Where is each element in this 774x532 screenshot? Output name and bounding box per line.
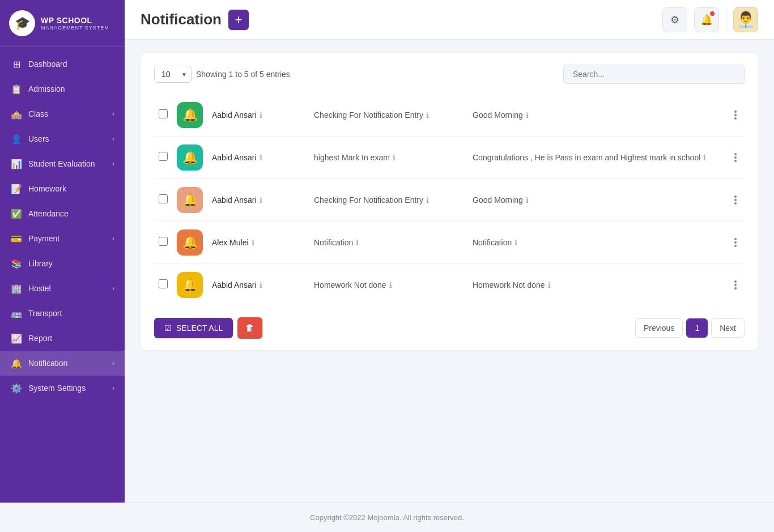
previous-button[interactable]: Previous [635,318,683,338]
row-checkbox-4[interactable] [159,279,168,288]
nav-arrow-class: › [112,110,114,118]
row-name-cell-4: Aabid Ansari ℹ [207,264,309,307]
row-checkbox-cell-4 [154,264,172,307]
row-name-3: Alex Mulei [212,238,249,247]
row-subject-cell-1: highest Mark In exam ℹ [309,137,468,179]
sidebar-item-dashboard[interactable]: ⊞ Dashboard [0,52,125,76]
delete-button[interactable]: 🗑 [237,317,262,339]
nav-label-users: Users [28,134,49,143]
subject-info-icon-4[interactable]: ℹ [389,281,392,290]
page-1-button[interactable]: 1 [686,318,708,338]
logo-text: WP SCHOOL MANAGEMENT SYSTEM [41,16,109,31]
search-input[interactable] [563,65,745,84]
row-subject-cell-4: Homework Not done ℹ [309,264,468,307]
row-subject-3: Notification [314,238,353,247]
nav-icon-attendance: ✅ [10,207,23,220]
subject-info-icon-2[interactable]: ℹ [426,196,429,205]
sidebar: 🎓 WP SCHOOL MANAGEMENT SYSTEM ⊞ Dashboar… [0,0,125,503]
sidebar-item-payment[interactable]: 💳 Payment › [0,226,125,251]
logo-subtitle: MANAGEMENT SYSTEM [41,25,109,31]
name-info-icon-1[interactable]: ℹ [260,154,262,162]
sidebar-item-student-evaluation[interactable]: 📊 Student Evaluation › [0,151,125,176]
nav-label-system-settings: System Settings [28,384,86,393]
nav-icon-hostel: 🏢 [10,282,23,295]
header: Notification + ⚙ 🔔 👨‍💼 [125,0,774,40]
row-name-0: Aabid Ansari [212,110,257,120]
message-info-icon-1[interactable]: ℹ [703,154,706,162]
sidebar-item-users[interactable]: 👤 Users › [0,126,125,151]
bell-avatar-2: 🔔 [177,187,203,213]
sidebar-item-notification[interactable]: 🔔 Notification › [0,351,125,376]
sidebar-item-class[interactable]: 🏫 Class › [0,101,125,126]
page-title: Notification [141,11,222,28]
message-info-icon-4[interactable]: ℹ [548,281,551,290]
nav-icon-transport: 🚌 [10,307,23,320]
row-icon-cell-3: 🔔 [172,222,207,264]
row-more-button-0[interactable] [731,109,740,121]
row-name-cell-1: Aabid Ansari ℹ [207,137,309,179]
row-more-button-2[interactable] [731,194,740,206]
entries-dropdown[interactable]: 102550100 [154,66,192,83]
sidebar-item-system-settings[interactable]: ⚙️ System Settings › [0,376,125,401]
bell-icon-4: 🔔 [182,278,198,292]
name-info-icon-2[interactable]: ℹ [260,196,262,205]
next-button[interactable]: Next [711,318,745,338]
row-actions-cell-3 [726,222,745,264]
row-message-4: Homework Not done [473,280,545,290]
subject-info-icon-3[interactable]: ℹ [356,239,359,247]
sidebar-item-report[interactable]: 📈 Report [0,326,125,351]
sidebar-nav: ⊞ Dashboard 📋 Admission 🏫 Class › 👤 User… [0,52,125,491]
sidebar-item-library[interactable]: 📚 Library [0,251,125,276]
row-checkbox-0[interactable] [159,109,168,118]
row-name-2: Aabid Ansari [212,195,257,205]
row-message-cell-4: Homework Not done ℹ [468,264,726,307]
add-notification-button[interactable]: + [228,10,249,30]
message-info-icon-3[interactable]: ℹ [514,239,517,247]
row-name-cell-3: Alex Mulei ℹ [207,222,309,264]
nav-label-payment: Payment [28,234,59,243]
sidebar-item-admission[interactable]: 📋 Admission [0,76,125,101]
sidebar-item-homework[interactable]: 📝 Homework [0,176,125,201]
notification-badge [710,11,715,16]
name-info-icon-3[interactable]: ℹ [252,239,254,247]
subject-info-icon-0[interactable]: ℹ [426,111,429,120]
row-checkbox-1[interactable] [159,152,168,161]
select-all-button[interactable]: ☑ SELECT ALL [154,318,233,338]
nav-label-attendance: Attendance [28,209,69,218]
name-info-icon-4[interactable]: ℹ [260,281,262,290]
row-more-button-1[interactable] [731,152,740,163]
row-more-button-3[interactable] [731,237,740,248]
settings-button[interactable]: ⚙ [662,7,687,32]
more-dot-3 [734,202,737,205]
sidebar-item-hostel[interactable]: 🏢 Hostel › [0,276,125,301]
notification-bell-button[interactable]: 🔔 [694,7,719,32]
sidebar-item-attendance[interactable]: ✅ Attendance [0,201,125,226]
table-row: 🔔 Alex Mulei ℹ Notification ℹ Notificati… [154,222,745,264]
name-info-icon-0[interactable]: ℹ [260,111,262,120]
gear-icon: ⚙ [670,14,679,26]
table-controls: 102550100 Showing 1 to 5 of 5 entries [154,65,745,84]
footer-actions: ☑ SELECT ALL 🗑 [154,317,262,339]
message-info-icon-2[interactable]: ℹ [526,196,529,205]
nav-arrow-hostel: › [112,284,114,292]
row-subject-2: Checking For Notification Entry [314,195,423,205]
row-actions-cell-0 [726,94,745,137]
more-dot-1 [734,195,737,198]
row-checkbox-3[interactable] [159,237,168,246]
row-message-cell-2: Good Morning ℹ [468,179,726,222]
nav-icon-class: 🏫 [10,108,23,120]
message-info-icon-0[interactable]: ℹ [526,111,529,120]
row-actions-cell-2 [726,179,745,222]
row-more-button-4[interactable] [731,279,740,291]
logo-circle: 🎓 [9,10,35,36]
row-checkbox-cell-2 [154,179,172,222]
header-left: Notification + [141,10,249,30]
avatar[interactable]: 👨‍💼 [733,7,758,32]
bell-icon-1: 🔔 [182,150,198,165]
more-dot-2 [734,284,737,286]
more-dot-3 [734,160,737,162]
row-checkbox-2[interactable] [159,194,168,203]
nav-arrow-payment: › [112,235,114,242]
sidebar-item-transport[interactable]: 🚌 Transport [0,301,125,326]
subject-info-icon-1[interactable]: ℹ [393,154,395,162]
